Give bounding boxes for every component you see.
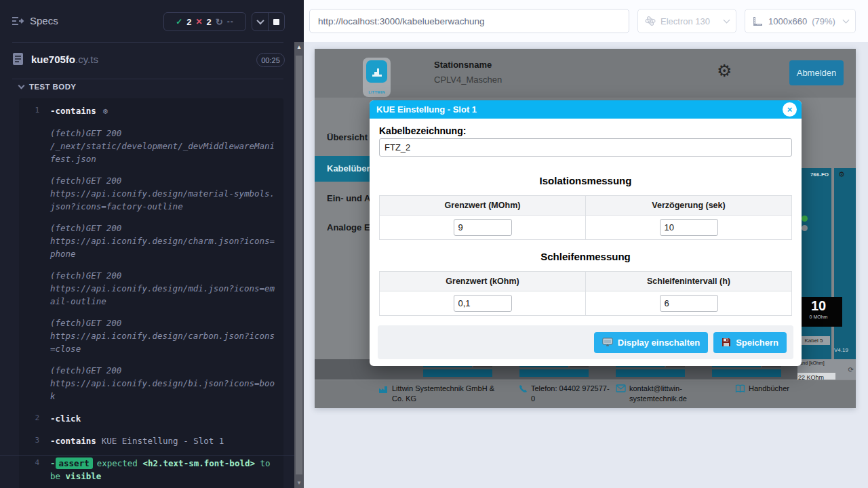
chevron-down-icon <box>724 16 730 23</box>
reporter-header: Specs ✓ 2 ✕ 2 ↻ -- <box>0 0 294 42</box>
schleifenintervall-input[interactable] <box>660 295 718 312</box>
test-stats: ✓ 2 ✕ 2 ↻ -- <box>163 12 246 31</box>
display-button-label: Display einschalten <box>618 338 700 348</box>
footer-manuals[interactable]: Handbücher <box>735 384 789 394</box>
stop-run-button[interactable] <box>268 13 284 30</box>
logo-text: LITTWIN <box>363 90 391 94</box>
assert-text: expected <box>97 458 138 468</box>
footer-phone[interactable]: Telefon: 04402 972577-0 <box>518 384 613 404</box>
fetch-prefix: (fetch) <box>50 270 86 281</box>
spec-name: kue705fo.cy.ts <box>31 54 98 65</box>
nav-item-uebersicht[interactable]: Übersicht <box>327 132 368 142</box>
chevron-down-icon <box>18 83 25 89</box>
fetch-status: GET 200 <box>86 176 122 186</box>
command-row[interactable]: 3 -containsKUE Einstellung - Slot 1 <box>19 432 283 449</box>
column-header: Schleifenintervall (h) <box>586 272 792 291</box>
fetch-log-row[interactable]: (fetch)●GET 200 https://api.iconify.desi… <box>19 262 283 310</box>
fetch-log-row[interactable]: (fetch)●GET 200 /_next/static/developmen… <box>19 120 283 167</box>
spec-file-icon <box>12 52 24 66</box>
command-number: 3 <box>19 434 50 445</box>
refresh-icon[interactable]: ⟳ <box>848 366 854 373</box>
fetch-url: https://api.iconify.design/bi.json?icons… <box>50 378 275 401</box>
gear-icon[interactable]: ⚙ <box>838 170 845 179</box>
schleifenmessung-title: Schleifenmessung <box>370 251 802 262</box>
fetch-log-row[interactable]: (fetch)●GET 200 https://api.iconify.desi… <box>19 357 283 405</box>
scrollbar[interactable]: ▲ ▼ <box>294 42 304 488</box>
save-floppy-icon <box>722 338 731 347</box>
schleifenmessung-table: Grenzwert (kOhm) Schleifenintervall (h) <box>379 271 792 316</box>
modal-footer: Display einschalten Speichern <box>378 325 793 359</box>
fetch-url: https://api.iconify.design/mdi.json?icon… <box>50 283 275 306</box>
column-header: Grenzwert (MOhm) <box>380 196 586 216</box>
book-icon <box>735 384 745 394</box>
browser-select[interactable]: Electron 130 <box>637 9 736 33</box>
column-header: Verzögerung (sek) <box>586 196 792 216</box>
fetch-status: GET 200 <box>86 365 122 375</box>
electron-icon <box>645 16 656 26</box>
collapse-all-button[interactable] <box>252 13 268 30</box>
ruler-icon <box>752 16 764 26</box>
manuals-text: Handbücher <box>749 384 789 394</box>
spec-basename: kue705fo <box>31 54 75 65</box>
command-row[interactable]: 2 -click <box>19 410 283 427</box>
verzoegerung-sek-input[interactable] <box>660 219 718 236</box>
passed-icon: ✓ <box>176 17 182 26</box>
display-einschalten-button[interactable]: Display einschalten <box>594 332 708 353</box>
nav-item-analoge-eingaenge[interactable]: Analoge Ei <box>327 222 372 232</box>
grenzwert-mohm-input[interactable] <box>454 219 512 236</box>
fetch-log-row[interactable]: (fetch)●GET 200 https://api.iconify.desi… <box>19 310 283 357</box>
divider <box>12 42 283 43</box>
speichern-button[interactable]: Speichern <box>713 332 787 353</box>
station-name-value: CPLV4_Maschen <box>434 75 502 85</box>
station-name-label: Stationsname <box>434 60 492 70</box>
phone-icon <box>518 384 528 404</box>
settings-gear-icon[interactable]: ⚙ <box>717 61 732 81</box>
app-header: LITTWIN Stationsname CPLV4_Maschen ⚙ Abm… <box>315 49 856 98</box>
status-dot-gray <box>802 225 808 231</box>
passed-count: 2 <box>186 17 191 27</box>
viewport-select[interactable]: 1000x660 (79%) <box>745 9 856 33</box>
isolationsmessung-title: Isolationsmessung <box>370 175 802 186</box>
status-dot-green <box>802 216 808 222</box>
close-icon[interactable]: × <box>783 102 797 117</box>
fetch-url: https://api.iconify.design/material-symb… <box>50 188 275 211</box>
kabelbezeichnung-input[interactable] <box>379 138 792 157</box>
fetch-log-row[interactable]: (fetch)●GET 200 https://api.iconify.desi… <box>19 215 283 262</box>
footer-email[interactable]: kontakt@littwin-systemtechnik.de <box>616 384 711 404</box>
company-text: Littwin Systemtechnik GmbH & Co. KG <box>392 384 495 404</box>
command-row[interactable]: 1 -contains⚙ <box>19 102 283 120</box>
command-number: 1 <box>19 104 50 115</box>
url-input[interactable] <box>309 9 629 33</box>
fetch-prefix: (fetch) <box>50 128 86 138</box>
scroll-down-icon[interactable]: ▼ <box>294 480 304 486</box>
nav-item-ein-ausgaenge[interactable]: Ein- und Au <box>327 193 376 203</box>
fetch-url: https://api.iconify.design/charm.json?ic… <box>50 236 275 259</box>
chevron-down-icon <box>256 17 264 24</box>
spec-file-row[interactable]: kue705fo.cy.ts 00:25 <box>0 49 294 72</box>
email-icon <box>616 384 626 404</box>
fetch-log-row[interactable]: (fetch)●GET 200 https://api.iconify.desi… <box>19 167 283 215</box>
viewport-zoom: (79%) <box>812 16 835 26</box>
command-number: 2 <box>19 412 50 422</box>
browser-label: Electron 130 <box>660 16 710 26</box>
test-body-section-toggle[interactable]: TEST BODY <box>19 83 76 91</box>
measurement-display: 10 0 MOhm <box>795 297 842 327</box>
specs-menu-icon[interactable] <box>11 15 24 27</box>
app-logo: LITTWIN <box>363 58 391 97</box>
command-contains: -contains <box>50 436 96 446</box>
kabel-label: Kabel 5 <box>797 336 830 345</box>
isolationsmessung-table: Grenzwert (MOhm) Verzögerung (sek) <box>379 195 792 240</box>
scrollbar-thumb[interactable] <box>296 56 302 474</box>
kabelbezeichnung-label: Kabelbezeichnung: <box>379 125 466 136</box>
fetch-prefix: (fetch) <box>50 318 86 328</box>
logout-button[interactable]: Abmelden <box>789 60 844 85</box>
chevron-down-icon <box>843 16 850 23</box>
measurement-value: 10 <box>795 297 842 314</box>
fetch-status: GET 200 <box>86 128 122 138</box>
grenzwert-kohm-input[interactable] <box>454 295 512 312</box>
scroll-up-icon[interactable]: ▲ <box>294 44 304 50</box>
spec-extension: .cy.ts <box>75 54 98 65</box>
assert-selector: <h2.text-sm.font-bold> <box>142 458 255 468</box>
assert-row[interactable]: 4 -assertexpected <h2.text-sm.font-bold>… <box>19 455 283 485</box>
email-text: kontakt@littwin-systemtechnik.de <box>629 384 711 404</box>
